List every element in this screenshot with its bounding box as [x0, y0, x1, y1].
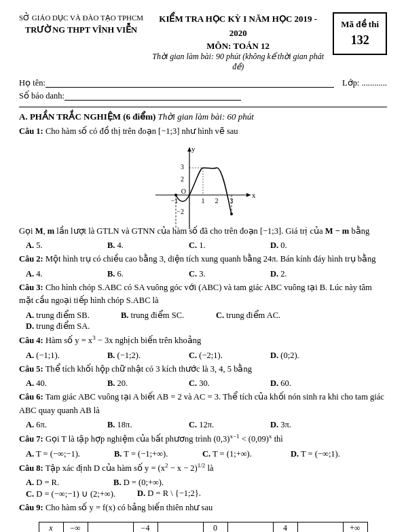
- so-bao-danh-label: Số báo danh:: [19, 90, 64, 101]
- q8-opt-d: D. D = R \ {−1;2}.: [137, 489, 201, 499]
- q2-opt-d: D. 2.: [270, 269, 352, 279]
- q4-opt-a: A. (−1;1).: [26, 351, 107, 361]
- q5-opt-d: D. 60.: [270, 378, 352, 389]
- svg-text:y: y: [191, 145, 196, 153]
- question-8: Câu 8: Tập xác định D của hàm số y = (x2…: [19, 461, 387, 476]
- section-a-title: A. PHẦN TRẮC NGHIỆM (6 điểm): [19, 111, 155, 122]
- q5-opt-a: A. 40.: [26, 378, 107, 389]
- svg-text:x: x: [252, 191, 256, 199]
- department-name: SỞ GIÁO DỤC VÀ ĐÀO TẠO TPHCM: [19, 12, 143, 24]
- q8-opt-a: A. D = R.: [26, 478, 59, 488]
- q1-opt-c: C. 1.: [189, 241, 270, 251]
- q3-opt-d: D. trung điểm SA.: [26, 321, 121, 332]
- section-a-header: A. PHẦN TRẮC NGHIỆM (6 điểm) Thời gian l…: [19, 111, 387, 122]
- q7-options: A. T = (−∞;−1). B. T = (−1;+∞). C. T = (…: [19, 449, 387, 459]
- q4-options: A. (−1;1). B. (−1;2). C. (−2;1). D. (0;2…: [19, 351, 387, 361]
- q8-opt-c: C. D = (−∞;−1) ∪ (2;+∞).: [26, 489, 115, 499]
- svg-point-17: [230, 213, 233, 215]
- q3-opt-b: B. trung điểm SC.: [121, 310, 216, 321]
- ma-de-label: Mã đề thi: [341, 18, 379, 31]
- q6-opt-d: D. 3π.: [270, 420, 352, 430]
- q6-opt-c: C. 12π.: [189, 420, 270, 430]
- question-1-subtext: Gọi M, m lần lượt là GTLN và GTNN của hà…: [19, 225, 387, 238]
- q3-opt-a: A. trung điểm SB.: [26, 310, 121, 321]
- q2-opt-c: C. 3.: [189, 269, 270, 279]
- header: SỞ GIÁO DỤC VÀ ĐÀO TẠO TPHCM TRƯỜNG THPT…: [19, 12, 387, 101]
- exam-info: KIỂM TRA HỌC KỲ I NĂM HỌC 2019 - 2020 MÔ…: [150, 12, 326, 72]
- q8-opt-b: B. D = (0;+∞).: [113, 478, 164, 488]
- svg-text:1: 1: [202, 197, 205, 205]
- variation-table-q9: x −∞ −4 0 4 +∞ y' − 0 + 0 − 0 + y +∞: [19, 518, 387, 532]
- q5-opt-b: B. 20.: [107, 378, 189, 389]
- ma-de-number: 132: [341, 31, 379, 50]
- svg-text:2: 2: [215, 197, 219, 205]
- q4-opt-d: D. (0;2).: [270, 351, 352, 361]
- subject: MÔN: TOÁN 12: [150, 41, 326, 52]
- q6-options: A. 6π. B. 18π. C. 12π. D. 3π.: [19, 420, 387, 430]
- graph-q1: x y O 1 2 3 −1 2 3 −2: [19, 141, 387, 222]
- lop-label: Lớp: ............: [342, 77, 387, 88]
- svg-text:2: 2: [181, 175, 184, 183]
- q1-options: A. 5. B. 4. C. 1. D. 0.: [19, 241, 387, 251]
- q6-opt-a: A. 6π.: [26, 420, 107, 430]
- svg-point-16: [174, 194, 177, 196]
- q1-opt-b: B. 4.: [107, 241, 189, 251]
- q7-opt-c: C. T = (1;+∞).: [202, 449, 291, 459]
- question-5: Câu 5: Thể tích khối hộp chữ nhật có 3 k…: [19, 363, 387, 376]
- svg-marker-2: [246, 193, 251, 197]
- q7-opt-d: D. T = (−∞;1).: [291, 449, 379, 459]
- ho-ten-label: Họ tên:: [19, 77, 45, 88]
- q8-options: A. D = R. B. D = (0;+∞). C. D = (−∞;−1) …: [19, 478, 387, 499]
- question-9: Câu 9: Cho hàm số y = f(x) có bảng biến …: [19, 501, 387, 514]
- question-1: Câu 1: Cho hàm số có đồ thị trên đoạn [−…: [19, 125, 387, 138]
- section-a-subtitle: Thời gian làm bài: 60 phút: [158, 111, 254, 122]
- q5-opt-c: C. 30.: [189, 378, 270, 389]
- time-info: Thời gian làm bài: 90 phút (không kể thờ…: [150, 52, 326, 72]
- question-2: Câu 2: Một hình trụ có chiều cao bằng 3,…: [19, 253, 387, 266]
- q2-opt-a: A. 4.: [26, 269, 107, 279]
- q7-opt-a: A. T = (−∞;−1).: [26, 449, 114, 459]
- q5-options: A. 40. B. 20. C. 30. D. 60.: [19, 378, 387, 389]
- q2-opt-b: B. 6.: [107, 269, 189, 279]
- q1-opt-d: D. 0.: [270, 241, 352, 251]
- question-3: Câu 3: Cho hình chóp S.ABC có SA vuông g…: [19, 281, 387, 308]
- q1-opt-a: A. 5.: [26, 241, 107, 251]
- q7-opt-b: B. T = (−1;+∞).: [114, 449, 202, 459]
- question-6: Câu 6: Tam giác ABC vuông tại A biết AB …: [19, 391, 387, 417]
- q6-opt-b: B. 18π.: [107, 420, 189, 430]
- svg-text:O: O: [181, 188, 186, 195]
- question-7: Câu 7: Gọi T là tập hợp nghiệm của bất p…: [19, 432, 387, 446]
- q4-opt-b: B. (−1;2).: [107, 351, 189, 361]
- svg-text:−2: −2: [177, 208, 184, 215]
- svg-text:3: 3: [181, 163, 184, 171]
- school-name: TRƯỜNG THPT VĨNH VIỄN: [19, 24, 143, 37]
- svg-text:−1: −1: [171, 197, 179, 205]
- ma-de-box: Mã đề thi 132: [333, 12, 387, 55]
- q3-opt-c: C. trung điểm AC.: [216, 310, 311, 321]
- q2-options: A. 4. B. 6. C. 3. D. 2.: [19, 269, 387, 279]
- q4-opt-c: C. (−2;1).: [189, 351, 270, 361]
- question-4: Câu 4: Hàm số y = x3 − 3x nghịch biến tr…: [19, 334, 387, 348]
- q3-options: A. trung điểm SB. B. trung điểm SC. C. t…: [19, 310, 387, 332]
- exam-title: KIỂM TRA HỌC KỲ I NĂM HỌC 2019 - 2020: [150, 12, 326, 41]
- school-info: SỞ GIÁO DỤC VÀ ĐÀO TẠO TPHCM TRƯỜNG THPT…: [19, 12, 143, 36]
